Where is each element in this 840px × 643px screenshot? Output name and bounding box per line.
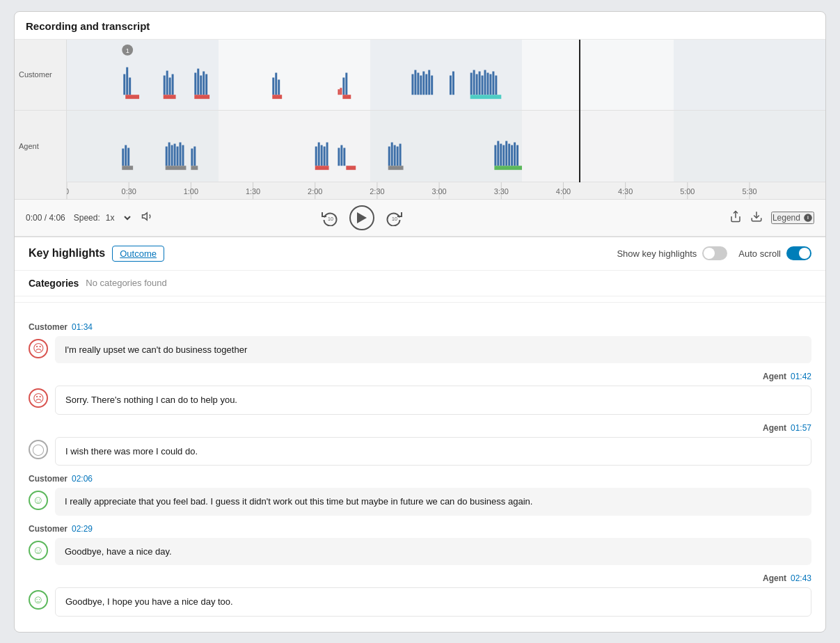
svg-rect-18 [272,95,282,99]
speaker-name: Customer [29,474,68,484]
svg-rect-84 [511,145,513,166]
svg-rect-14 [194,95,209,99]
sentiment-icon-positive: ☺ [29,590,48,610]
speaker-time[interactable]: 01:42 [791,372,811,381]
speaker-name: Agent [763,423,786,433]
svg-rect-11 [200,75,202,95]
svg-rect-28 [422,71,425,95]
svg-text:4:00: 4:00 [556,187,571,196]
svg-rect-53 [171,145,173,166]
speaker-header-5: Agent02:43 [29,573,811,583]
svg-rect-81 [502,145,505,166]
svg-rect-51 [166,146,168,166]
speaker-time[interactable]: 01:57 [791,423,811,433]
svg-rect-68 [346,166,356,170]
svg-rect-54 [174,143,176,166]
svg-rect-24 [411,74,413,95]
speed-control: Speed: 1x 1.5x 2x [74,212,133,223]
svg-text:0:30: 0:30 [122,187,136,196]
speaker-header-2: Agent01:57 [29,423,811,433]
rewind-button[interactable]: 10 [322,209,338,226]
speed-select[interactable]: 1x 1.5x 2x [103,212,133,223]
svg-text:i: i [807,215,809,220]
sentiment-icon-positive: ☺ [29,541,48,560]
sentiment-icon-neutral: ◯ [29,440,48,459]
svg-rect-7 [172,74,174,95]
speaker-header-1: Agent01:42 [29,372,811,381]
svg-rect-56 [180,142,182,166]
svg-rect-61 [191,166,198,170]
svg-rect-80 [500,143,502,166]
message-bubble: I really appreciate that you feel bad. I… [55,488,811,516]
svg-rect-5 [166,70,168,95]
highlights-title: Key highlights [29,247,105,260]
svg-text:3:00: 3:00 [431,187,446,196]
forward-button[interactable]: 10 [386,209,402,226]
svg-rect-4 [164,75,166,95]
highlights-header: Key highlights Outcome Show key highligh… [15,237,825,271]
categories-label: Categories [29,278,79,289]
svg-rect-43 [495,75,497,95]
svg-rect-63 [318,142,320,166]
svg-rect-36 [476,74,478,95]
right-controls: Legend i [729,210,814,225]
svg-rect-29 [425,74,427,95]
svg-rect-86 [516,145,518,166]
controls-bar: 0:00 / 4:06 Speed: 1x 1.5x 2x [15,200,825,237]
svg-text:10: 10 [392,216,397,221]
svg-rect-76 [399,143,402,166]
download-button[interactable] [750,210,763,225]
sentiment-icon-positive: ☺ [29,491,48,510]
svg-rect-71 [343,148,345,166]
svg-rect-12 [203,71,205,95]
speaker-time[interactable]: 01:34 [72,322,93,332]
transcript-area[interactable]: Customer01:34☹I'm really upset we can't … [15,308,825,632]
svg-rect-77 [388,166,404,170]
svg-rect-44 [470,95,502,99]
speaker-name: Customer [29,322,68,332]
section-title: Recording and transcript [15,12,825,40]
waveform-container[interactable]: Customer Agent End [15,40,825,200]
show-key-highlights-toggle-group: Show key highlights [617,246,727,260]
svg-rect-13 [205,74,207,95]
outcome-button[interactable]: Outcome [112,246,164,262]
svg-rect-48 [125,145,127,166]
svg-rect-62 [315,146,317,166]
play-button[interactable] [349,205,374,230]
speaker-time[interactable]: 02:43 [791,573,811,583]
auto-scroll-toggle[interactable] [786,246,811,260]
svg-rect-74 [394,145,396,166]
svg-rect-6 [169,77,171,95]
svg-text:1:00: 1:00 [184,187,198,196]
svg-rect-78 [494,145,496,166]
svg-rect-41 [489,74,491,95]
share-button[interactable] [729,210,742,225]
svg-rect-49 [127,148,129,166]
legend-button[interactable]: Legend i [771,212,814,224]
svg-rect-0 [123,74,125,95]
highlights-section: Key highlights Outcome Show key highligh… [15,237,825,632]
svg-text:0: 0 [67,187,69,196]
svg-text:5:00: 5:00 [680,187,695,196]
volume-button[interactable] [141,210,154,225]
svg-rect-55 [177,146,179,166]
svg-rect-39 [484,70,486,95]
svg-text:2:30: 2:30 [370,187,384,196]
speaker-name: Customer [29,524,68,534]
svg-rect-16 [275,72,277,95]
svg-marker-112 [142,212,147,220]
sentiment-icon-negative: ☹ [29,388,48,408]
speaker-time[interactable]: 02:06 [72,474,93,484]
speaker-time[interactable]: 02:29 [72,524,93,534]
svg-rect-10 [197,68,199,95]
show-key-highlights-label: Show key highlights [617,248,697,259]
svg-rect-37 [479,71,481,95]
svg-rect-85 [514,142,516,166]
speaker-header-3: Customer02:06 [29,474,811,484]
svg-rect-9 [194,72,196,95]
show-key-highlights-toggle[interactable] [702,246,727,260]
svg-rect-38 [482,75,484,95]
svg-rect-66 [326,142,328,166]
svg-rect-58 [166,166,187,170]
highlights-toggles: Show key highlights Auto scroll [617,246,811,260]
